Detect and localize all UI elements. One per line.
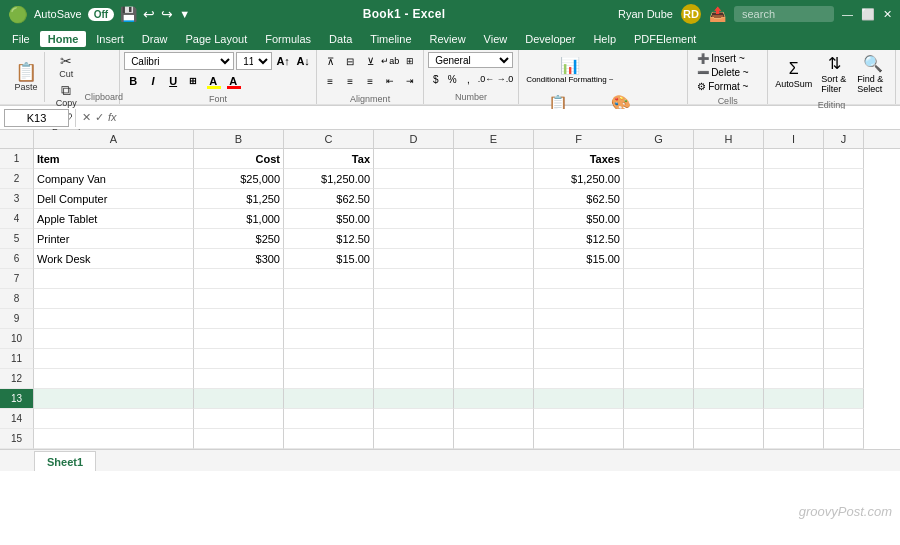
cell[interactable]: Tax — [284, 149, 374, 169]
cell[interactable]: $12.50 — [284, 229, 374, 249]
menu-review[interactable]: Review — [422, 31, 474, 47]
close-icon[interactable]: ✕ — [883, 8, 892, 21]
cell[interactable] — [694, 209, 764, 229]
cell[interactable] — [454, 149, 534, 169]
cell[interactable] — [194, 289, 284, 309]
row-number[interactable]: 8 — [0, 289, 34, 309]
row-number[interactable]: 2 — [0, 169, 34, 189]
cell[interactable] — [534, 289, 624, 309]
cell[interactable] — [764, 209, 824, 229]
cell[interactable]: $15.00 — [534, 249, 624, 269]
align-center-button[interactable]: ≡ — [341, 72, 359, 90]
cell[interactable] — [694, 369, 764, 389]
cell[interactable]: Company Van — [34, 169, 194, 189]
menu-pdfelement[interactable]: PDFElement — [626, 31, 704, 47]
cell[interactable]: Taxes — [534, 149, 624, 169]
paste-button[interactable]: 📋 Paste — [8, 52, 44, 102]
cell[interactable] — [694, 309, 764, 329]
cell[interactable] — [694, 189, 764, 209]
menu-page-layout[interactable]: Page Layout — [177, 31, 255, 47]
find-select-button[interactable]: 🔍 Find & Select — [854, 52, 891, 96]
cell[interactable] — [824, 329, 864, 349]
fill-color-button[interactable]: A — [204, 72, 222, 90]
col-header-i[interactable]: I — [764, 130, 824, 148]
cell[interactable] — [454, 229, 534, 249]
cell[interactable] — [534, 389, 624, 409]
col-header-d[interactable]: D — [374, 130, 454, 148]
cell[interactable] — [374, 269, 454, 289]
cell[interactable] — [374, 289, 454, 309]
row-number[interactable]: 7 — [0, 269, 34, 289]
cell[interactable] — [454, 429, 534, 449]
cell[interactable] — [694, 429, 764, 449]
cell[interactable] — [374, 209, 454, 229]
cell[interactable] — [454, 289, 534, 309]
row-number[interactable]: 13 — [0, 389, 34, 409]
menu-home[interactable]: Home — [40, 31, 87, 47]
italic-button[interactable]: I — [144, 72, 162, 90]
cell[interactable] — [374, 149, 454, 169]
cell[interactable] — [764, 249, 824, 269]
cell[interactable]: $1,250.00 — [284, 169, 374, 189]
cell[interactable] — [764, 429, 824, 449]
cell[interactable] — [194, 309, 284, 329]
cell[interactable]: $300 — [194, 249, 284, 269]
format-cells-button[interactable]: ⚙ Format ~ — [694, 80, 761, 93]
cell[interactable] — [824, 369, 864, 389]
decrease-decimal-button[interactable]: .0← — [477, 70, 495, 88]
cell[interactable] — [624, 269, 694, 289]
cell[interactable] — [824, 229, 864, 249]
cut-button[interactable]: ✂ Cut — [48, 52, 85, 81]
cell[interactable] — [764, 189, 824, 209]
cell[interactable] — [454, 369, 534, 389]
cell[interactable] — [624, 189, 694, 209]
cell[interactable]: Dell Computer — [34, 189, 194, 209]
cell[interactable] — [454, 409, 534, 429]
increase-decimal-button[interactable]: →.0 — [496, 70, 514, 88]
col-header-g[interactable]: G — [624, 130, 694, 148]
align-left-button[interactable]: ≡ — [321, 72, 339, 90]
row-number[interactable]: 4 — [0, 209, 34, 229]
menu-view[interactable]: View — [476, 31, 516, 47]
cell[interactable] — [374, 409, 454, 429]
decrease-font-button[interactable]: A↓ — [294, 52, 312, 70]
cell[interactable] — [34, 349, 194, 369]
cell[interactable] — [824, 389, 864, 409]
cell[interactable]: $1,250.00 — [534, 169, 624, 189]
cell[interactable]: $250 — [194, 229, 284, 249]
cell[interactable] — [764, 169, 824, 189]
cell[interactable] — [374, 309, 454, 329]
cell[interactable] — [454, 269, 534, 289]
number-format-select[interactable]: General — [428, 52, 513, 68]
cell[interactable] — [534, 309, 624, 329]
cell[interactable] — [824, 189, 864, 209]
cell[interactable] — [454, 329, 534, 349]
cell[interactable] — [824, 149, 864, 169]
menu-help[interactable]: Help — [585, 31, 624, 47]
cell[interactable] — [34, 329, 194, 349]
menu-developer[interactable]: Developer — [517, 31, 583, 47]
cell[interactable] — [764, 349, 824, 369]
row-number[interactable]: 12 — [0, 369, 34, 389]
cell[interactable] — [764, 369, 824, 389]
cell[interactable]: $62.50 — [534, 189, 624, 209]
cell[interactable]: Work Desk — [34, 249, 194, 269]
cell[interactable] — [694, 229, 764, 249]
underline-button[interactable]: U — [164, 72, 182, 90]
row-number[interactable]: 15 — [0, 429, 34, 449]
cell[interactable] — [534, 429, 624, 449]
cell[interactable] — [624, 229, 694, 249]
cell[interactable] — [824, 429, 864, 449]
percent-button[interactable]: % — [444, 70, 459, 88]
cell[interactable] — [764, 329, 824, 349]
save-icon[interactable]: 💾 — [120, 6, 137, 22]
cell[interactable] — [374, 329, 454, 349]
cell[interactable] — [284, 409, 374, 429]
autosum-button[interactable]: Σ AutoSum — [772, 58, 815, 91]
cell[interactable] — [764, 289, 824, 309]
cell[interactable] — [454, 349, 534, 369]
cell[interactable] — [824, 309, 864, 329]
cell[interactable]: $50.00 — [284, 209, 374, 229]
cell[interactable] — [34, 289, 194, 309]
cell[interactable] — [624, 329, 694, 349]
